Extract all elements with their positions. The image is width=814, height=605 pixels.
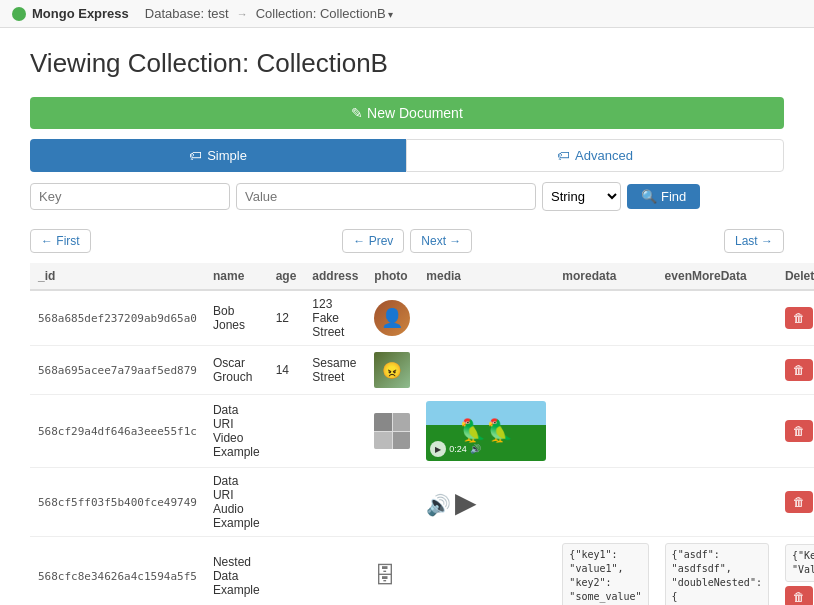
pagination: ← First ← Prev Next → Last → [30,229,784,253]
photo-grid [374,413,410,449]
table-row: 568a695acee7a79aaf5ed879 OscarGrouch 14 … [30,346,814,395]
row-moredata [554,290,656,346]
brand[interactable]: Mongo Express [12,6,129,21]
delete-button[interactable]: 🗑 [785,491,813,513]
row-id: 568a685def237209ab9d65a0 [30,290,205,346]
extra-json: {"Keeeys": "Valuessss" [785,544,814,582]
moredata-json: {"key1": "value1", "key2": "some_value" [562,543,648,605]
row-age [268,395,305,468]
search-bar: String Number Boolean Object Array null … [30,182,784,211]
row-extra: {"Keeeys": "Valuessss" 🗑 [777,537,814,606]
col-id: _id [30,263,205,290]
row-age: 14 [268,346,305,395]
row-name: BobJones [205,290,268,346]
photo-avatar: 👤 [374,300,410,336]
last-button[interactable]: Last → [724,229,784,253]
key-input[interactable] [30,183,230,210]
table-header-row: _id name age address photo media moredat… [30,263,814,290]
audio-icon: 🔊 [426,494,451,516]
col-moredata: moredata [554,263,656,290]
navbar: Mongo Express Database: test → Collectio… [0,0,814,28]
row-id: 568a695acee7a79aaf5ed879 [30,346,205,395]
database-link[interactable]: Database: test [145,6,229,21]
tag-icon-advanced: 🏷 [557,148,570,163]
row-age [268,537,305,606]
volume-icon[interactable]: 🔊 [470,444,481,454]
col-delete: Delete [777,263,814,290]
row-delete: 🗑 [777,395,814,468]
search-icon: 🔍 [641,189,657,204]
evenmoredata-json: {"asdf": "asdfsdf", "doubleNested": { [665,543,769,605]
row-media [418,346,554,395]
video-thumbnail[interactable]: 🦜🦜 ▶ 0:24 🔊 [426,401,546,461]
main-content: Viewing Collection: CollectionB ✎ New Do… [0,28,814,605]
row-evenmoredata [657,468,777,537]
col-photo: photo [366,263,418,290]
row-evenmoredata: {"asdf": "asdfsdf", "doubleNested": { [657,537,777,606]
col-name: name [205,263,268,290]
delete-button[interactable]: 🗑 [785,359,813,381]
play-icon-large[interactable]: ▶ [455,487,477,518]
tab-advanced[interactable]: 🏷 Advanced [406,139,784,172]
row-address [304,537,366,606]
time-label: 0:24 [449,444,467,454]
table-row: 568cf29a4df646a3eee55f1c DataURIVideoExa… [30,395,814,468]
row-address: 123 FakeStreet [304,290,366,346]
delete-button[interactable]: 🗑 [785,307,813,329]
col-age: age [268,263,305,290]
row-name: NestedDataExample [205,537,268,606]
row-name: OscarGrouch [205,346,268,395]
collection-dropdown[interactable]: Collection: CollectionB [256,6,394,21]
row-moredata: {"key1": "value1", "key2": "some_value" [554,537,656,606]
row-age [268,468,305,537]
row-delete: 🗑 [777,346,814,395]
pagination-center: ← Prev Next → [342,229,472,253]
row-id: 568cf5ff03f5b400fce49749 [30,468,205,537]
row-evenmoredata [657,346,777,395]
delete-button[interactable]: 🗑 [785,586,813,605]
row-evenmoredata [657,290,777,346]
database-icon: 🗄 [374,563,396,588]
row-moredata [554,346,656,395]
row-name: DataURIVideoExample [205,395,268,468]
row-media: 🦜🦜 ▶ 0:24 🔊 [418,395,554,468]
row-moredata [554,468,656,537]
video-controls: ▶ 0:24 🔊 [426,441,546,457]
type-select[interactable]: String Number Boolean Object Array null … [542,182,621,211]
value-input[interactable] [236,183,536,210]
delete-button[interactable]: 🗑 [785,420,813,442]
row-name: DataURIAudioExample [205,468,268,537]
row-evenmoredata [657,395,777,468]
row-id: 568cf29a4df646a3eee55f1c [30,395,205,468]
row-photo [366,468,418,537]
row-address [304,395,366,468]
first-button[interactable]: ← First [30,229,91,253]
col-media: media [418,263,554,290]
new-document-button[interactable]: ✎ New Document [30,97,784,129]
tab-simple[interactable]: 🏷 Simple [30,139,406,172]
col-evenmoredata: evenMoreData [657,263,777,290]
row-media: 🔊 ▶ [418,468,554,537]
table-row: 568cf5ff03f5b400fce49749 DataURIAudioExa… [30,468,814,537]
pagination-left: ← First [30,229,91,253]
row-photo: 😠 [366,346,418,395]
brand-name: Mongo Express [32,6,129,21]
video-container: 🦜🦜 ▶ 0:24 🔊 [426,401,546,461]
brand-dot-icon [12,7,26,21]
page-title: Viewing Collection: CollectionB [30,48,784,79]
find-button[interactable]: 🔍 Find [627,184,700,209]
prev-button[interactable]: ← Prev [342,229,404,253]
data-table: _id name age address photo media moredat… [30,263,814,605]
row-media [418,290,554,346]
query-tabs: 🏷 Simple 🏷 Advanced [30,139,784,172]
row-address: SesameStreet [304,346,366,395]
row-photo [366,395,418,468]
row-photo: 🗄 [366,537,418,606]
play-icon[interactable]: ▶ [430,441,446,457]
next-button[interactable]: Next → [410,229,472,253]
row-media [418,537,554,606]
row-age: 12 [268,290,305,346]
photo-avatar2: 😠 [374,352,410,388]
row-id: 568cfc8e34626a4c1594a5f5 [30,537,205,606]
nav-arrow: → [237,8,248,20]
